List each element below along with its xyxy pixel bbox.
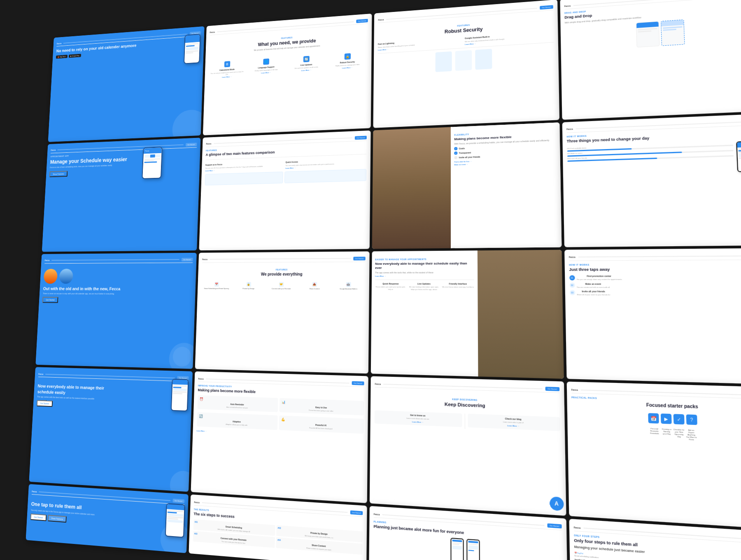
getstarted-button-4[interactable]: Get Started (30, 513, 47, 521)
card9-headline: Out with the old and in with the new, Fe… (43, 286, 191, 292)
card-three-things: Fecca Get Started HOW IT WORKS Three thi… (562, 113, 741, 247)
pack-expert: ? (686, 415, 697, 425)
card-everybody-blue: Fecca Get Started Now everybody a (29, 367, 192, 492)
card-provide-all: Fecca Get Started FEATURES We provide ev… (195, 251, 370, 374)
feature-language-desc: Easily switch languages in the app (255, 68, 277, 72)
feature-updates-title: Live Updates (301, 63, 312, 66)
benefit-connect: 🤝 Connect with your Roomate (266, 282, 298, 290)
feature-security-desc: Highly secure to manage your data (335, 63, 359, 67)
feature-updates-desc: Get real time updates on all events (294, 66, 318, 69)
benefit-share: 📤 Share Content (298, 282, 331, 290)
feature-autoreminder: ⏰ Auto Reminder Auto remind all and me n… (197, 395, 278, 412)
card-keep-discovering: Fecca Get Started KEEP DISCOVERING Keep … (370, 376, 566, 516)
card-three-taps: Fecca Get Started HOW IT WORKS Just thre… (564, 248, 741, 385)
card-no-rely: Fecca Get Started No need to rely on you… (48, 26, 205, 142)
card11-headline: Now everybody able to manage their sched… (375, 261, 474, 271)
pack-personal: 📅 (648, 413, 659, 424)
card-flexible: FLEXIBILITY Making plans become more fle… (372, 122, 562, 249)
card3-label: FEATURES (457, 24, 470, 27)
card-security-detail: Fecca Get Started FEATURES Robust Securi… (373, 0, 559, 128)
getstarted-button-2[interactable]: Get Started (42, 297, 58, 303)
card-comparison: Fecca Get Started FEATURES A glimpse of … (199, 131, 371, 250)
card-onetap: Fecca Get Started One tap to rule them a… (26, 484, 188, 553)
feature-updates: 🔄 Live Updates Get real time updates on … (287, 53, 326, 77)
feature-security-title: Robust Security (340, 61, 355, 64)
benefit-scheduling: 📅 Smart Scheduling and Smart Syncing (201, 282, 232, 289)
benefit-private: 🔒 Private by Design (233, 282, 264, 289)
feature-easytouse: 📊 Easy to Use Fecca has been going a use… (279, 398, 364, 415)
feature-security: 🔒 Robust Security Highly secure to manag… (327, 50, 368, 74)
feature-calendar: 🗓 Calendarist Mode You can set just anyt… (208, 58, 246, 81)
card-schedule-hero: Fecca Get Started Fecca (42, 138, 200, 252)
feature-language: 🌐 Language Support Easily switch languag… (247, 55, 286, 79)
card-old-new: Fecca Get Started Out with the old and i… (35, 253, 196, 369)
showfeatures-button-2[interactable]: Show Features (47, 515, 67, 523)
card-drag-drop: Fecca Get Started DRAG AND DROP Drag and… (560, 0, 741, 120)
pack-checklist: ✓ (673, 414, 684, 425)
card13-headline: Now everybody able to manage their sched… (37, 383, 119, 397)
card2-label: FEATURES (281, 36, 293, 39)
feature-calendar-desc: You can set just anything you want, just… (210, 70, 244, 76)
appstore-badge[interactable]: 🍎App Store (56, 55, 68, 59)
card-everybody-able: EASIER TO MANAGE YOUR APPOINTMENTS Now e… (371, 250, 564, 379)
mosaic-grid: Fecca Get Started No need to rely on you… (23, 0, 741, 560)
feature-adaptive: 🔄 Adaptive Adaptive allows you to fully … (197, 412, 278, 429)
card-features: Fecca Get Started FEATURES What you need… (203, 14, 372, 135)
card-improve-productivity: Fecca Get Started IMPROVE YOUR PRODUCTIV… (191, 371, 368, 503)
feature-powerfulai: 💪 Powerful AI Powerful AI has been devel… (279, 415, 364, 434)
card15-headline: Keep Discovering (375, 399, 559, 411)
card-six-steps: Fecca Get Started THE RESULTS The six st… (189, 495, 367, 560)
card-focused-packs: Fecca Get Started PRACTICAL PACKS Focuse… (566, 382, 741, 530)
benefit-assistant: 🤖 Google Assistant Built-in (332, 282, 365, 290)
pack-growing: ▶ (661, 414, 672, 425)
card12-headline: Just three taps away (569, 266, 741, 272)
card10-headline: We provide everything (202, 272, 366, 276)
getstarted-button-3[interactable]: Get Started (37, 400, 53, 407)
googleplay-badge[interactable]: ▶Google Play (69, 54, 81, 58)
show-features-button[interactable]: Show Features (49, 171, 68, 177)
card-planning-fun: Fecca Get Started PLANNING Planning just… (369, 506, 567, 560)
